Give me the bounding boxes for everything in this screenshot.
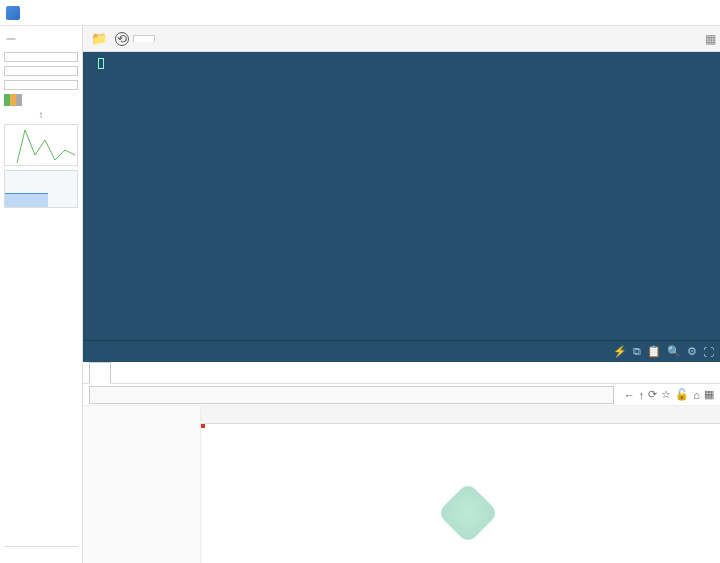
tab-commands[interactable] [111, 362, 133, 383]
path-bar: ← ↑ ⟳ ☆ 🔓 ⌂ ▦ [83, 384, 720, 406]
star-icon[interactable]: ☆ [661, 388, 671, 401]
folder-icon[interactable]: 📁 [91, 31, 107, 46]
file-header[interactable] [201, 406, 720, 424]
folder-tree[interactable] [83, 406, 201, 563]
net-chart [4, 124, 78, 166]
mem-meter [4, 66, 78, 76]
home-icon[interactable]: ⌂ [693, 389, 700, 401]
up-icon[interactable]: ↑ [639, 389, 645, 401]
bolt-icon[interactable]: ⚡ [613, 345, 627, 358]
layout-icon[interactable]: ▦ [705, 32, 716, 46]
titlebar [0, 0, 720, 26]
lower-tabs [83, 362, 720, 384]
back-icon[interactable]: ← [624, 389, 635, 401]
tab-files[interactable] [89, 362, 111, 384]
terminal[interactable] [83, 52, 720, 340]
reload-icon[interactable]: ⟲ [115, 32, 129, 46]
paste-icon[interactable]: 📋 [647, 345, 661, 358]
search-icon[interactable]: 🔍 [667, 345, 681, 358]
status-sidebar: ↕ [0, 26, 83, 563]
close-button[interactable] [678, 0, 714, 26]
expand-icon[interactable]: ⛶ [703, 346, 714, 358]
swap-meter [4, 80, 78, 90]
expand-icon[interactable]: ↕ [4, 109, 78, 120]
app-logo-icon [6, 6, 20, 20]
session-tab[interactable] [133, 35, 155, 42]
maximize-button[interactable] [642, 0, 678, 26]
unlock-icon[interactable]: 🔓 [675, 388, 689, 401]
ping-chart [4, 170, 78, 208]
tab-size[interactable] [12, 542, 20, 546]
tab-path[interactable] [4, 542, 12, 546]
gear-icon[interactable]: ⚙ [687, 345, 697, 358]
copy-icon[interactable]: ⧉ [633, 345, 641, 358]
login-button[interactable] [6, 38, 16, 40]
refresh-icon[interactable]: ⟳ [648, 388, 657, 401]
segment-tabs[interactable] [4, 94, 78, 106]
file-list [201, 406, 720, 563]
cpu-meter [4, 52, 78, 62]
login-upgrade-link[interactable] [4, 547, 78, 559]
minimize-button[interactable] [606, 0, 642, 26]
path-input[interactable] [89, 386, 614, 404]
terminal-footer: ⚡ ⧉ 📋 🔍 ⚙ ⛶ [83, 340, 720, 362]
grid-icon[interactable]: ▦ [704, 388, 714, 401]
session-tabbar: 📁 ⟲ ▦ [83, 26, 720, 52]
